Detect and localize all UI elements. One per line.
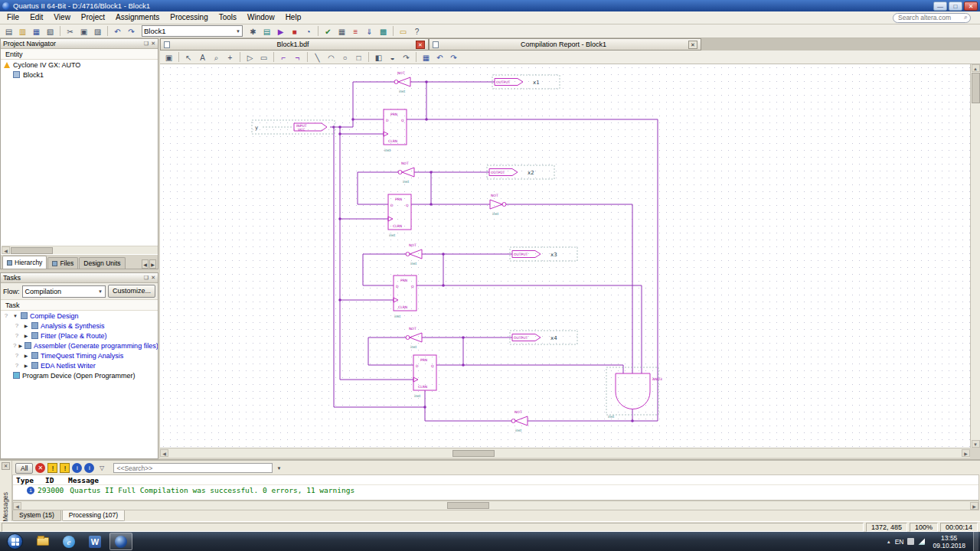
tab-files[interactable]: Files — [47, 257, 78, 269]
navigator-hscrollbar[interactable]: ◀ — [2, 246, 158, 254]
not-gate-6[interactable]: NOT inst — [511, 410, 528, 432]
info-filter-icon[interactable]: i — [72, 463, 82, 473]
menu-view[interactable]: View — [48, 11, 76, 24]
altera-search-input[interactable] — [893, 13, 971, 23]
orthogonal-node-tool-button[interactable]: ⌐ — [277, 51, 290, 64]
menu-assignments[interactable]: Assignments — [110, 11, 165, 24]
messages-hscrollbar[interactable]: ◀ ▶ — [12, 500, 979, 510]
message-row[interactable]: i 293000 Quartus II Full Compilation was… — [13, 485, 978, 495]
print-button[interactable]: ▧ — [44, 25, 57, 37]
not-gate-1[interactable]: NOT inst — [394, 71, 410, 93]
scroll-thumb[interactable] — [452, 450, 495, 457]
detach-window-button[interactable]: ▣ — [162, 51, 175, 64]
warning-filter-icon[interactable]: ! — [47, 463, 57, 473]
open-file-button[interactable]: ▥ — [16, 25, 29, 37]
stop-processing-button[interactable]: ■ — [288, 25, 301, 37]
timing-analyzer-button[interactable]: ◔ — [302, 25, 315, 37]
scroll-left-icon[interactable]: ◀ — [2, 246, 10, 254]
schematic-canvas[interactable]: y INPUT VCC OUTPUT x1 OUTPUT x2 OUTPUT x… — [160, 64, 970, 448]
task-row-program-device[interactable]: Program Device (Open Programmer) — [1, 370, 158, 380]
menu-help[interactable]: Help — [280, 11, 307, 24]
messages-search-input[interactable] — [113, 463, 273, 473]
output-pin-x4[interactable]: OUTPUT x4 — [510, 331, 577, 344]
expand-icon[interactable]: ▼ — [12, 314, 18, 318]
critical-warning-filter-icon[interactable]: ! — [60, 463, 70, 473]
task-row-assembler[interactable]: ? ▶ Assembler (Generate programming file… — [1, 341, 158, 350]
close-tab-icon[interactable]: ✕ — [688, 41, 697, 49]
tab-system[interactable]: System (15) — [12, 510, 61, 521]
expand-icon[interactable]: ▶ — [18, 343, 22, 348]
symbol-tool-button[interactable]: ▷ — [243, 51, 256, 64]
orthogonal-bus-tool-button[interactable]: ¬ — [291, 51, 304, 64]
select-tool-button[interactable]: ↖ — [182, 51, 195, 64]
ellipse-tool-button[interactable]: ○ — [338, 51, 351, 64]
undo-view-button[interactable]: ↶ — [433, 51, 446, 64]
redo-view-button[interactable]: ↷ — [447, 51, 460, 64]
tree-item-device[interactable]: Cyclone IV GX: AUTO — [1, 60, 158, 70]
extra-info-filter-icon[interactable]: i — [84, 463, 94, 473]
paste-button[interactable]: ▨ — [91, 25, 104, 37]
tab-design-units[interactable]: Design Units — [79, 257, 125, 269]
column-message[interactable]: Message — [65, 476, 99, 484]
output-pin-name[interactable]: x3 — [550, 252, 557, 258]
new-file-button[interactable]: ▤ — [2, 25, 15, 37]
dff-symbol-3[interactable]: PRN CLRN D Q inst — [394, 276, 416, 318]
error-filter-icon[interactable]: ✕ — [35, 463, 45, 473]
close-panel-icon[interactable]: ✕ — [151, 275, 155, 281]
output-pin-name[interactable]: x1 — [533, 80, 540, 86]
menu-window[interactable]: Window — [242, 11, 280, 24]
menu-processing[interactable]: Processing — [165, 11, 213, 24]
taskbar-quartus-button[interactable] — [109, 533, 132, 550]
flow-combo[interactable]: Compilation ▼ — [22, 285, 106, 298]
save-button[interactable]: ▦ — [30, 25, 43, 37]
input-pin-y[interactable]: y INPUT VCC — [252, 120, 335, 134]
task-row-timequest[interactable]: ? ▶ TimeQuest Timing Analysis — [1, 350, 158, 360]
flip-horizontal-button[interactable]: ◧ — [372, 51, 385, 64]
pin-tool-button[interactable]: ▭ — [257, 51, 270, 64]
pin-planner-button[interactable]: ▭ — [397, 25, 410, 37]
close-tab-icon[interactable]: ✕ — [416, 41, 425, 49]
scroll-right-icon[interactable]: ▶ — [970, 502, 978, 510]
fit-view-button[interactable]: ▦ — [420, 51, 433, 64]
close-button[interactable]: ✕ — [964, 2, 978, 11]
task-row-fitter[interactable]: ? ▶ Fitter (Place & Route) — [1, 331, 158, 341]
output-pin-x2[interactable]: OUTPUT x2 — [487, 165, 554, 179]
start-compilation-button[interactable]: ▶ — [274, 25, 287, 37]
expand-icon[interactable]: ▶ — [23, 323, 29, 328]
tab-scroll-right-icon[interactable]: ▶ — [149, 259, 156, 269]
not-gate-5[interactable]: NOT inst — [406, 327, 422, 349]
and-gate[interactable]: AND3 inst — [606, 367, 662, 419]
expand-icon[interactable]: ▶ — [23, 353, 29, 358]
current-entity-combo[interactable]: Block1 ▼ — [142, 25, 243, 37]
taskbar-explorer-button[interactable] — [31, 533, 54, 550]
taskbar-clock[interactable]: 13:55 09.10.2018 — [929, 534, 969, 549]
schematic-wires[interactable] — [330, 82, 658, 421]
tab-compilation-report[interactable]: Compilation Report - Block1 ✕ — [429, 38, 701, 51]
tab-hierarchy[interactable]: Hierarchy — [2, 256, 47, 269]
scroll-thumb[interactable] — [972, 73, 980, 103]
task-row-eda-netlist[interactable]: ? ▶ EDA Netlist Writer — [1, 360, 158, 370]
flip-vertical-button[interactable]: ◒ — [386, 51, 399, 64]
maximize-button[interactable]: □ — [949, 2, 962, 11]
hand-tool-button[interactable]: + — [224, 51, 237, 64]
chevron-down-icon[interactable]: ▼ — [275, 466, 281, 471]
copy-button[interactable]: ▣ — [77, 25, 90, 37]
arc-tool-button[interactable]: ◠ — [325, 51, 338, 64]
volume-icon[interactable] — [907, 538, 914, 545]
taskbar-word-button[interactable]: W — [83, 533, 106, 550]
menu-project[interactable]: Project — [76, 11, 110, 24]
expand-icon[interactable]: ▶ — [23, 333, 29, 338]
output-pin-name[interactable]: x2 — [528, 170, 534, 176]
cut-button[interactable]: ✂ — [64, 25, 77, 37]
input-pin-name[interactable]: y — [255, 125, 258, 131]
assignment-editor-button[interactable]: ▤ — [260, 25, 273, 37]
minimize-button[interactable]: — — [933, 2, 947, 11]
close-panel-icon[interactable]: ✕ — [151, 41, 155, 47]
tab-processing[interactable]: Processing (107) — [62, 510, 125, 521]
scroll-thumb[interactable] — [447, 502, 489, 509]
filter-funnel-icon[interactable]: ▽ — [96, 463, 106, 473]
task-row-compile-design[interactable]: ? ▼ Compile Design — [1, 311, 158, 321]
float-panel-icon[interactable]: ❏ — [144, 275, 149, 281]
canvas-horizontal-scrollbar[interactable]: ◀ ▶ — [160, 448, 970, 458]
rotate-button[interactable]: ↷ — [400, 51, 413, 64]
